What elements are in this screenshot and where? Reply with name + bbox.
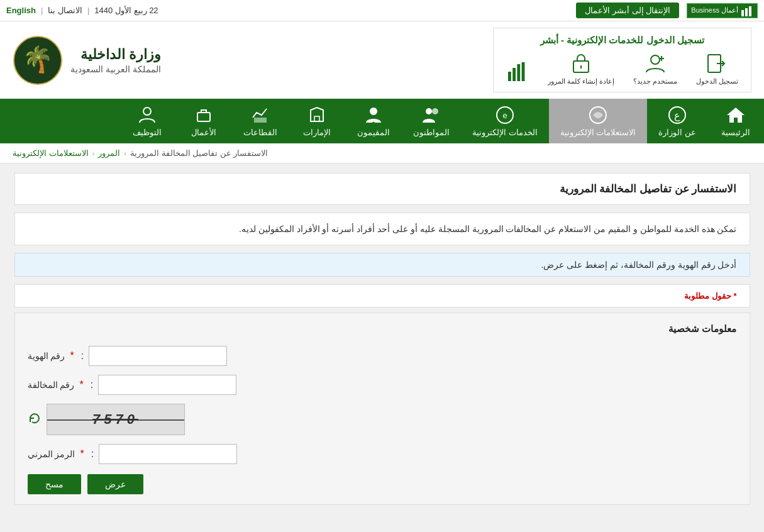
top-bar-left: أعمال Business الإنتقال إلى أبشر الأعمال — [576, 3, 758, 18]
svg-text:🌴: 🌴 — [22, 44, 53, 74]
emirates-icon — [307, 105, 327, 125]
svg-point-22 — [370, 108, 377, 115]
nav-item-business[interactable]: الأعمال — [175, 99, 232, 143]
refresh-captcha-btn[interactable] — [28, 411, 42, 428]
captcha-value: 7570 — [92, 411, 138, 428]
captcha-image: 7570 — [47, 404, 185, 435]
business-chart-icon — [741, 5, 753, 16]
display-btn[interactable]: عرض — [87, 474, 143, 494]
clear-btn[interactable]: مسح — [28, 474, 81, 494]
nav-item-citizens[interactable]: المواطنون — [402, 99, 461, 143]
separator1: | — [87, 6, 89, 15]
nav-label-residents: المقيمون — [357, 128, 390, 137]
business-btn[interactable]: الإنتقال إلى أبشر الأعمال — [576, 3, 679, 18]
business-icon-label: أعمال Business — [691, 6, 738, 14]
breadcrumb-current: الاستفسار عن تفاصيل المخالفة المرورية — [130, 148, 268, 158]
e-services-icon: e — [495, 105, 515, 125]
e-inquiries-icon — [588, 105, 608, 125]
svg-point-4 — [651, 55, 660, 64]
svg-text:ع: ع — [674, 110, 680, 121]
svg-point-21 — [432, 108, 438, 114]
security-code-row: : * الرمز المرني — [28, 444, 737, 464]
new-user-icon-item[interactable]: مستخدم جديد؟ — [633, 52, 677, 86]
absher-login-section: تسجيل الدخول للخدمات الإلكترونية - أبشر … — [493, 28, 751, 92]
reset-password-icon-item[interactable]: إعادة إنشاء كلمة المرور — [548, 52, 614, 86]
svg-rect-10 — [512, 68, 516, 81]
svg-rect-11 — [517, 64, 520, 81]
saudi-emblem: 🌴 — [13, 35, 63, 86]
breadcrumb-link-traffic[interactable]: المرور — [98, 148, 120, 158]
nav-label-sectors: القطاعات — [243, 128, 277, 137]
navigation: الرئيسية ع عن الوزارة الاستعلامات الإلكت… — [0, 99, 764, 143]
about-icon: ع — [667, 105, 687, 125]
top-bar-right: 22 ربيع الأول 1440 | الاتصال بنا | Engli… — [6, 6, 158, 15]
page-title: الاستفسار عن تفاصيل المخالفة المرورية — [14, 173, 750, 205]
nav-label-e-inquiries: الاستعلامات الإلكترونية — [560, 128, 636, 137]
breadcrumb-sep2: › — [124, 150, 126, 157]
form-section-title: معلومات شخصية — [28, 323, 737, 335]
id-number-label: رقم الهوية — [28, 351, 65, 361]
citizens-icon — [421, 105, 441, 125]
absher-logo-icon — [506, 60, 529, 83]
login-icon — [706, 52, 728, 75]
svg-rect-0 — [741, 10, 744, 16]
contact-label: الاتصال بنا — [48, 6, 82, 15]
svg-rect-24 — [197, 113, 210, 121]
id-number-input[interactable] — [89, 346, 227, 366]
nav-label-employment: التوظيف — [133, 128, 162, 137]
reset-password-icon — [570, 52, 592, 75]
ministry-name-line2: المملكة العربية السعودية — [70, 64, 161, 74]
nav-item-about[interactable]: ع عن الوزارة — [647, 99, 707, 143]
action-buttons: عرض مسح — [28, 474, 737, 494]
main-content: الاستفسار عن تفاصيل المخالفة المرورية تم… — [5, 163, 760, 514]
ministry-logo: وزارة الداخلية المملكة العربية السعودية … — [13, 35, 161, 86]
violation-number-input[interactable] — [98, 375, 236, 395]
absher-icons: تسجيل الدخول مستخدم جديد؟ إعا — [506, 52, 738, 86]
ministry-text: وزارة الداخلية المملكة العربية السعودية — [70, 46, 161, 74]
sectors-icon — [250, 105, 270, 125]
id-required-star: * — [70, 350, 74, 362]
security-colon: : — [91, 448, 94, 460]
required-star: * — [733, 291, 736, 301]
nav-item-sectors[interactable]: القطاعات — [232, 99, 289, 143]
info-text: تمكن هذه الخدمة للمواطن و المقيم من الاس… — [14, 213, 750, 245]
required-note: * حقول مطلوبة — [14, 284, 750, 308]
refresh-icon — [28, 411, 42, 425]
nav-item-home[interactable]: الرئيسية — [707, 99, 764, 143]
login-icon-item[interactable]: تسجيل الدخول — [696, 52, 738, 86]
nav-item-e-services[interactable]: e الخدمات الإلكترونية — [461, 99, 549, 143]
nav-item-e-inquiries[interactable]: الاستعلامات الإلكترونية — [549, 99, 648, 143]
business-nav-icon — [194, 105, 214, 125]
nav-item-residents[interactable]: + المقيمون — [345, 99, 402, 143]
id-number-row: : * رقم الهوية — [28, 346, 737, 366]
svg-rect-9 — [508, 72, 511, 81]
ministry-name-line1: وزارة الداخلية — [70, 46, 161, 64]
nav-label-about: عن الوزارة — [658, 128, 696, 137]
section-divider — [14, 308, 750, 313]
violation-required-star: * — [79, 379, 83, 391]
hint-bar: أدخل رقم الهوية ورقم المخالفة، ثم إضغط ع… — [14, 253, 750, 277]
security-code-input[interactable] — [99, 444, 237, 464]
svg-text:e: e — [502, 111, 507, 120]
violation-number-label: رقم المخالفة — [28, 380, 75, 390]
nav-item-employment[interactable]: التوظيف — [119, 99, 175, 143]
breadcrumb-link-e-inquiries[interactable]: الاستعلامات الإلكترونية — [13, 148, 89, 158]
form-section: معلومات شخصية : * رقم الهوية : * رقم الم… — [14, 313, 750, 505]
new-user-label: مستخدم جديد؟ — [633, 77, 677, 86]
violation-colon: : — [91, 379, 93, 391]
svg-rect-2 — [749, 6, 751, 16]
residents-icon: + — [363, 105, 384, 125]
nav-label-home: الرئيسية — [721, 128, 750, 137]
security-code-label: الرمز المرني — [28, 449, 75, 459]
english-link[interactable]: English — [6, 6, 36, 15]
svg-rect-1 — [745, 8, 748, 16]
nav-label-emirates: الإمارات — [303, 128, 331, 137]
login-label: تسجيل الدخول — [696, 77, 738, 86]
header: تسجيل الدخول للخدمات الإلكترونية - أبشر … — [0, 21, 764, 99]
absher-logo-item — [506, 60, 529, 86]
employment-icon — [137, 105, 157, 125]
svg-rect-12 — [521, 62, 524, 81]
nav-item-emirates[interactable]: الإمارات — [289, 99, 345, 143]
captcha-row: 7570 — [28, 404, 737, 435]
home-icon — [726, 105, 746, 125]
